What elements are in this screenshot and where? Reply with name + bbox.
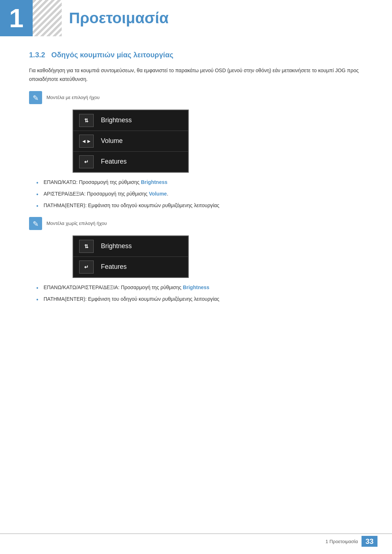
note-icon-1: ✎: [29, 91, 42, 104]
osd-icon-features-2: ↵: [79, 260, 94, 274]
bullet-item-1-2: ΑΡΙΣΤΕΡΑ/ΔΕΞΙΑ: Προσαρμογή της ρύθμισης …: [36, 190, 363, 198]
osd-icon-brightness-2: ⇅: [79, 240, 94, 253]
footer-divider: [0, 533, 392, 534]
osd-menu-item-features-2: ↵ Features: [73, 257, 188, 277]
note-block-2: ✎ Μοντέλα χωρίς επιλογή ήχου: [29, 217, 363, 230]
note-text-2: Μοντέλα χωρίς επιλογή ήχου: [46, 221, 107, 226]
osd-icon-brightness-1: ⇅: [79, 114, 94, 127]
osd-label-volume: Volume: [101, 137, 123, 145]
header-stripes-decoration: [33, 0, 62, 36]
osd-menu-1: ⇅ Brightness ◄► Volume ↵ Features: [73, 110, 189, 173]
note-text-1: Μοντέλα με επιλογή ήχου: [46, 95, 99, 100]
note-block-1: ✎ Μοντέλα με επιλογή ήχου: [29, 91, 363, 104]
section-heading: 1.3.2 Οδηγός κουμπιών μίας λειτουργίας: [29, 51, 363, 59]
bullet-item-1-3: ΠΑΤΗΜΑ(ENTER): Εμφάνιση του οδηγού κουμπ…: [36, 201, 363, 209]
chapter-title: Προετοιμασία: [69, 9, 169, 27]
bullet-item-2-2: ΠΑΤΗΜΑ(ENTER): Εμφάνιση του οδηγού κουμπ…: [36, 295, 363, 303]
intro-paragraph: Για καθοδήγηση για τα κουμπιά συντομεύσε…: [29, 66, 363, 84]
osd-menu-2: ⇅ Brightness ↵ Features: [73, 235, 189, 278]
svg-text:✎: ✎: [33, 94, 39, 102]
osd-label-brightness-2: Brightness: [101, 242, 132, 250]
osd-menu-item-features-1: ↵ Features: [73, 152, 188, 172]
chapter-number-block: 1: [0, 0, 33, 36]
osd-menu-item-brightness-2: ⇅ Brightness: [73, 236, 188, 257]
note-icon-2: ✎: [29, 217, 42, 230]
osd-icon-volume: ◄►: [79, 135, 94, 148]
bullet-item-2-1: ΕΠΑΝΩ/ΚΑΤΩ/ΑΡΙΣΤΕΡΑ/ΔΕΞΙΑ: Προσαρμογή τη…: [36, 283, 363, 291]
bullet-list-1: ΕΠΑΝΩ/ΚΑΤΩ: Προσαρμογή της ρύθμισης Brig…: [36, 178, 363, 210]
osd-label-brightness-1: Brightness: [101, 116, 132, 124]
section-number: 1.3.2: [29, 51, 45, 59]
osd-menu-item-brightness-1: ⇅ Brightness: [73, 110, 188, 131]
osd-icon-features-1: ↵: [79, 155, 94, 168]
bullet-item-1-1: ΕΠΑΝΩ/ΚΑΤΩ: Προσαρμογή της ρύθμισης Brig…: [36, 178, 363, 186]
footer-chapter-text: 1 Προετοιμασία: [326, 539, 358, 544]
section-title: Οδηγός κουμπιών μίας λειτουργίας: [51, 51, 173, 59]
osd-menu-item-volume: ◄► Volume: [73, 131, 188, 152]
page-number-box: 33: [362, 536, 377, 547]
osd-label-features-1: Features: [101, 158, 127, 165]
bullet-list-2: ΕΠΑΝΩ/ΚΑΤΩ/ΑΡΙΣΤΕΡΑ/ΔΕΞΙΑ: Προσαρμογή τη…: [36, 283, 363, 303]
page-footer: 1 Προετοιμασία 33: [326, 536, 377, 547]
chapter-title-block: Προετοιμασία: [62, 0, 169, 36]
chapter-number: 1: [9, 5, 24, 31]
svg-text:✎: ✎: [33, 220, 39, 228]
osd-label-features-2: Features: [101, 263, 127, 271]
page-number: 33: [366, 537, 373, 546]
page-header: 1 Προετοιμασία: [0, 0, 392, 36]
main-content: 1.3.2 Οδηγός κουμπιών μίας λειτουργίας Γ…: [0, 51, 392, 340]
